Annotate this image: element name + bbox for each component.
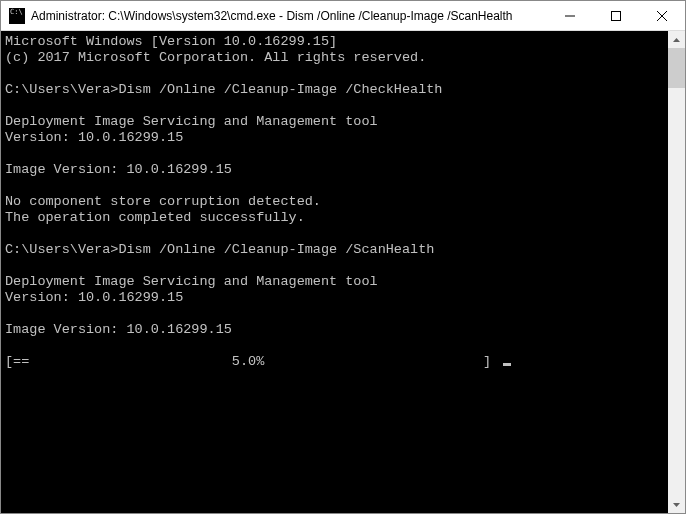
console-line [5, 146, 668, 162]
scrollbar-thumb[interactable] [668, 48, 685, 88]
console-line [5, 338, 668, 354]
svg-rect-1 [612, 11, 621, 20]
maximize-button[interactable] [593, 1, 639, 30]
scroll-up-button[interactable] [668, 31, 685, 48]
window-titlebar: Administrator: C:\Windows\system32\cmd.e… [1, 1, 685, 31]
cmd-icon [9, 8, 25, 24]
console-line: Version: 10.0.16299.15 [5, 130, 668, 146]
cursor [503, 363, 511, 366]
console-line: Microsoft Windows [Version 10.0.16299.15… [5, 34, 668, 50]
svg-marker-4 [673, 38, 680, 42]
console-line [5, 98, 668, 114]
console-line: C:\Users\Vera>Dism /Online /Cleanup-Imag… [5, 82, 668, 98]
window-title: Administrator: C:\Windows\system32\cmd.e… [31, 9, 547, 23]
console-line: Version: 10.0.16299.15 [5, 290, 668, 306]
minimize-button[interactable] [547, 1, 593, 30]
console-line [5, 258, 668, 274]
console-line [5, 226, 668, 242]
console-line: Deployment Image Servicing and Managemen… [5, 274, 668, 290]
console-area: Microsoft Windows [Version 10.0.16299.15… [1, 31, 685, 513]
progress-line: [== 5.0% ] [5, 354, 668, 370]
scrollbar-track[interactable] [668, 48, 685, 496]
scroll-down-button[interactable] [668, 496, 685, 513]
console-line: Image Version: 10.0.16299.15 [5, 322, 668, 338]
close-button[interactable] [639, 1, 685, 30]
console-line [5, 306, 668, 322]
svg-marker-5 [673, 503, 680, 507]
console-line: No component store corruption detected. [5, 194, 668, 210]
window-controls [547, 1, 685, 30]
console-line [5, 66, 668, 82]
console-line [5, 178, 668, 194]
console-line: C:\Users\Vera>Dism /Online /Cleanup-Imag… [5, 242, 668, 258]
console-line: (c) 2017 Microsoft Corporation. All righ… [5, 50, 668, 66]
vertical-scrollbar[interactable] [668, 31, 685, 513]
console-output[interactable]: Microsoft Windows [Version 10.0.16299.15… [1, 31, 668, 513]
console-line: The operation completed successfully. [5, 210, 668, 226]
console-line: Deployment Image Servicing and Managemen… [5, 114, 668, 130]
console-line: Image Version: 10.0.16299.15 [5, 162, 668, 178]
